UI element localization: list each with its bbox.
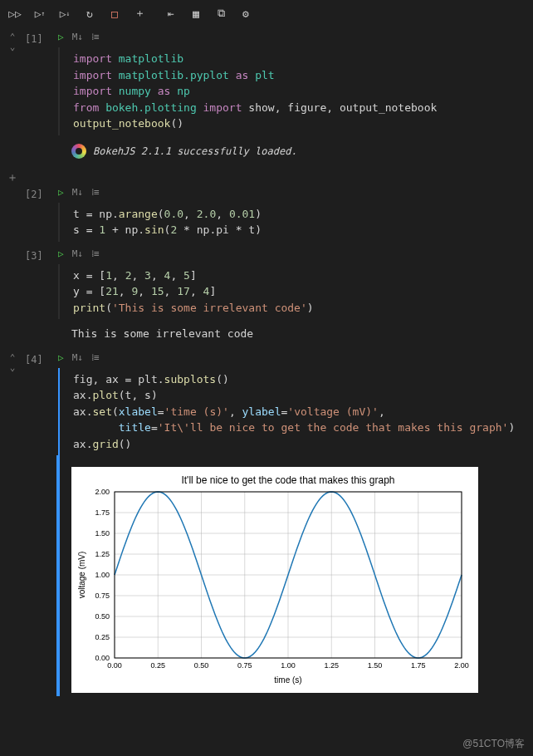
x-tick-label: 1.50	[368, 661, 383, 670]
notebook-cell[interactable]: ⌃⌄[4]▷ M↓ ⁞≡fig, ax = plt.subplots() ax.…	[0, 351, 533, 697]
execution-count: [1]	[25, 30, 58, 162]
y-axis-label: voltage (mV)	[77, 552, 86, 599]
cell-gutter	[0, 185, 25, 242]
execution-count: [3]	[25, 247, 58, 346]
bokeh-status-text: BokehJS 2.1.1 successfully loaded.	[93, 145, 297, 157]
cells-container: ⌃⌄[1]▷ M↓ ⁞≡import matplotlib import mat…	[0, 27, 533, 696]
y-tick-label: 0.50	[95, 612, 110, 621]
x-tick-label: 2.00	[454, 661, 469, 670]
y-tick-label: 0.75	[95, 592, 110, 600]
cell-toolbar: ▷ M↓ ⁞≡	[58, 351, 525, 368]
cell-type-label[interactable]: M↓	[72, 32, 83, 42]
execution-count: [2]	[25, 185, 58, 242]
cell-toolbar: ▷ M↓ ⁞≡	[58, 30, 525, 47]
chevron-up-icon[interactable]: ⌃	[10, 33, 16, 42]
cell-main: ▷ M↓ ⁞≡import matplotlib import matplotl…	[58, 30, 533, 162]
cell-main: ▷ M↓ ⁞≡t = np.arange(0.0, 2.0, 0.01) s =…	[58, 185, 533, 242]
cell-main: ▷ M↓ ⁞≡x = [1, 2, 3, 4, 5] y = [21, 9, 1…	[58, 247, 533, 346]
run-above-icon[interactable]: ▷↑	[33, 7, 46, 20]
cell-main: ▷ M↓ ⁞≡fig, ax = plt.subplots() ax.plot(…	[58, 351, 533, 697]
notebook-cell[interactable]: ⌃⌄[1]▷ M↓ ⁞≡import matplotlib import mat…	[0, 30, 533, 162]
y-tick-label: 1.75	[95, 508, 110, 517]
x-tick-label: 1.00	[281, 661, 296, 670]
x-tick-label: 0.25	[150, 661, 165, 670]
chart-title: It'll be nice to get the code that makes…	[181, 474, 394, 486]
x-tick-label: 0.75	[237, 661, 252, 670]
chart-output: It'll be nice to get the code that makes…	[56, 455, 525, 696]
bokeh-logo-icon	[71, 144, 86, 159]
code-editor[interactable]: import matplotlib import matplotlib.pypl…	[58, 47, 525, 135]
cell-toolbar: ▷ M↓ ⁞≡	[58, 247, 525, 264]
run-cell-icon[interactable]: ▷	[58, 187, 64, 198]
cell-gutter: ⌃⌄	[0, 351, 25, 697]
outdent-icon[interactable]: ⇤	[164, 7, 178, 20]
cell-type-label[interactable]: M↓	[72, 352, 83, 363]
code-editor[interactable]: x = [1, 2, 3, 4, 5] y = [21, 9, 15, 17, …	[58, 264, 525, 320]
run-cell-icon[interactable]: ▷	[58, 352, 64, 363]
bokeh-output: BokehJS 2.1.1 successfully loaded.	[58, 135, 525, 162]
cell-menu-icon[interactable]: ⁞≡	[91, 248, 99, 259]
restart-icon[interactable]: ↻	[83, 7, 96, 20]
y-tick-label: 1.50	[95, 529, 110, 538]
cell-toolbar: ▷ M↓ ⁞≡	[58, 185, 525, 203]
run-below-icon[interactable]: ▷↓	[58, 7, 71, 20]
notebook-toolbar: ▷▷ ▷↑ ▷↓ ↻ □ ＋ ⇤ ▦ ⧉ ⚙	[0, 0, 533, 27]
cell-type-label[interactable]: M↓	[72, 187, 83, 198]
cell-type-label[interactable]: M↓	[72, 248, 83, 259]
copy-icon[interactable]: ⧉	[214, 7, 227, 20]
code-editor[interactable]: t = np.arange(0.0, 2.0, 0.01) s = 1 + np…	[58, 203, 525, 242]
watermark: @51CTO博客	[462, 737, 525, 751]
text-output: This is some irrelevant code	[58, 319, 525, 346]
x-tick-label: 0.00	[107, 661, 122, 670]
run-cell-icon[interactable]: ▷	[58, 32, 64, 42]
run-all-icon[interactable]: ▷▷	[8, 7, 22, 20]
cell-menu-icon[interactable]: ⁞≡	[91, 352, 99, 363]
y-tick-label: 1.00	[95, 571, 110, 579]
x-tick-label: 1.75	[411, 661, 426, 670]
run-cell-icon[interactable]: ▷	[58, 248, 64, 259]
x-axis-label: time (s)	[274, 675, 301, 685]
code-editor[interactable]: fig, ax = plt.subplots() ax.plot(t, s) a…	[58, 368, 525, 456]
cell-menu-icon[interactable]: ⁞≡	[91, 32, 99, 42]
add-cell-icon[interactable]: ＋	[133, 7, 146, 20]
y-tick-label: 2.00	[95, 488, 110, 496]
settings-icon[interactable]: ⚙	[239, 7, 252, 20]
chevron-down-icon[interactable]: ⌄	[10, 43, 16, 52]
notebook-cell[interactable]: [3]▷ M↓ ⁞≡x = [1, 2, 3, 4, 5] y = [21, 9…	[0, 247, 533, 346]
y-tick-label: 1.25	[95, 550, 110, 558]
cell-gutter: ⌃⌄	[0, 30, 25, 162]
execution-count: [4]	[25, 351, 58, 697]
x-tick-label: 1.25	[324, 661, 339, 670]
chevron-down-icon[interactable]: ⌄	[10, 364, 16, 372]
cell-menu-icon[interactable]: ⁞≡	[91, 187, 99, 198]
grid-icon[interactable]: ▦	[189, 7, 203, 20]
matplotlib-chart: It'll be nice to get the code that makes…	[71, 467, 478, 693]
y-tick-label: 0.25	[95, 633, 110, 641]
add-cell-below-icon[interactable]: ＋	[7, 170, 18, 185]
y-tick-label: 0.00	[95, 654, 110, 662]
x-tick-label: 0.50	[194, 661, 209, 670]
chevron-up-icon[interactable]: ⌃	[10, 354, 16, 362]
cell-gutter	[0, 247, 25, 346]
stop-icon[interactable]: □	[108, 7, 121, 20]
notebook-cell[interactable]: [2]▷ M↓ ⁞≡t = np.arange(0.0, 2.0, 0.01) …	[0, 185, 533, 242]
